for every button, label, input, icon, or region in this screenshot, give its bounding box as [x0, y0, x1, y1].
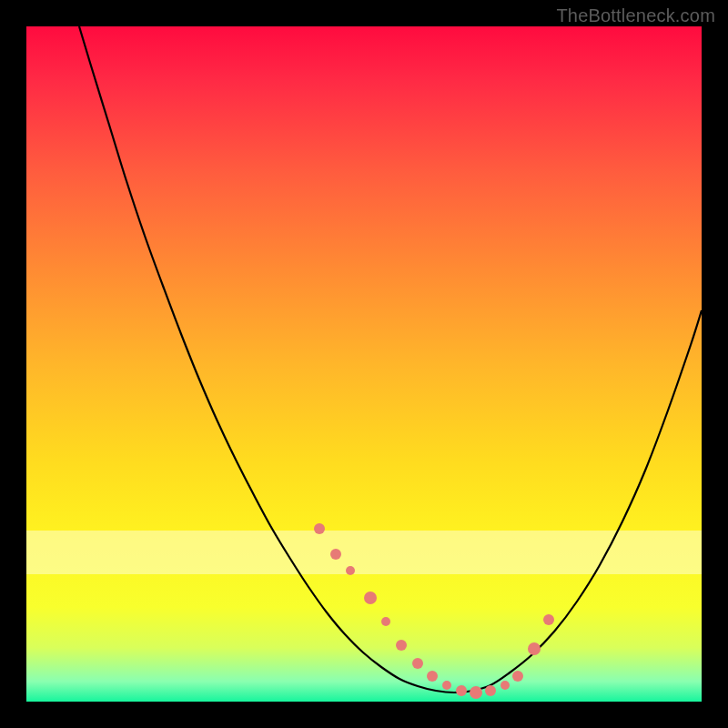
data-dot [500, 681, 510, 690]
data-dot [330, 549, 341, 560]
data-dot [346, 566, 355, 575]
data-dot [381, 617, 390, 626]
data-dot [314, 523, 325, 534]
watermark-text: TheBottleneck.com [556, 5, 715, 26]
data-dot [427, 671, 438, 682]
chart-plot [26, 26, 702, 702]
curve-line [79, 26, 702, 693]
data-dot [528, 642, 541, 655]
data-dot [485, 685, 496, 696]
data-dot [442, 681, 451, 690]
data-dot [470, 686, 482, 699]
data-dot [456, 685, 467, 696]
data-dot [412, 658, 423, 669]
data-dot [364, 592, 377, 604]
data-dot [543, 614, 554, 625]
data-dot [512, 671, 523, 682]
data-dots [314, 523, 554, 699]
data-dot [396, 640, 407, 651]
